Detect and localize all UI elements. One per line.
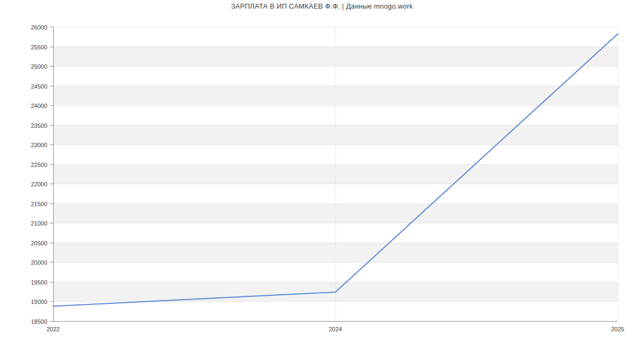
x-tick-label: 2025 <box>611 326 624 332</box>
y-tick-label: 24500 <box>31 83 47 90</box>
y-tick-label: 26000 <box>31 24 47 31</box>
x-tick-label: 2024 <box>329 326 342 332</box>
salary-line-chart: 1850019000195002000020500210002150022000… <box>0 0 644 349</box>
salary-chart-page: ЗАРПЛАТА В ИП САМКАЕВ Ф.Ф. | Данные mnog… <box>0 0 644 349</box>
y-tick-label: 20500 <box>31 240 47 246</box>
y-tick-label: 24000 <box>31 103 47 109</box>
y-tick-label: 18500 <box>31 318 47 325</box>
x-tick-label: 2022 <box>47 326 60 332</box>
y-tick-label: 19500 <box>31 279 47 286</box>
y-tick-label: 23000 <box>31 142 47 148</box>
y-tick-label: 22000 <box>31 181 47 187</box>
y-tick-label: 25500 <box>31 44 47 50</box>
y-tick-label: 25000 <box>31 63 47 70</box>
y-tick-label: 19000 <box>31 299 47 305</box>
y-tick-label: 22500 <box>31 162 47 168</box>
y-tick-label: 20000 <box>31 259 47 266</box>
y-tick-label: 23500 <box>31 122 47 129</box>
y-tick-label: 21000 <box>31 220 47 227</box>
y-tick-label: 21500 <box>31 201 47 207</box>
